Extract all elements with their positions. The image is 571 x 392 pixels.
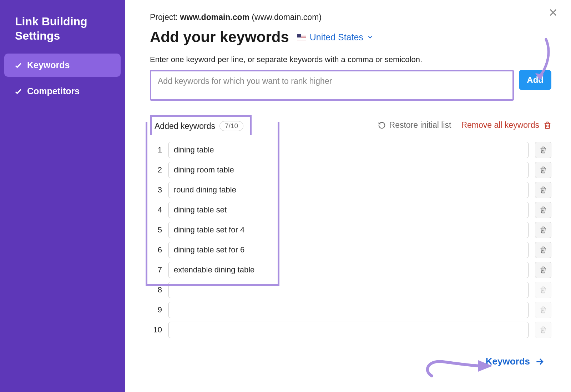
added-keywords-header: Added keywords 7/10 bbox=[150, 115, 252, 135]
check-icon bbox=[14, 87, 22, 95]
delete-keyword-button[interactable] bbox=[535, 222, 551, 238]
close-button[interactable] bbox=[546, 5, 560, 20]
delete-keyword-button bbox=[535, 322, 551, 338]
keyword-row: 4 bbox=[150, 202, 551, 218]
main-content: Project: www.domain.com (www.domain.com)… bbox=[125, 0, 571, 392]
row-number: 3 bbox=[150, 185, 162, 195]
keyword-row: 3 bbox=[150, 182, 551, 198]
keyword-input[interactable] bbox=[168, 302, 529, 318]
keyword-input[interactable] bbox=[168, 242, 529, 258]
keyword-row: 9 bbox=[150, 302, 551, 318]
row-number: 10 bbox=[150, 325, 162, 335]
close-icon bbox=[548, 7, 558, 17]
check-icon bbox=[14, 61, 22, 69]
row-number: 7 bbox=[150, 265, 162, 275]
row-number: 4 bbox=[150, 205, 162, 215]
project-domain: www.domain.com bbox=[180, 12, 249, 22]
keywords-count-badge: 7/10 bbox=[219, 121, 243, 131]
keyword-row: 6 bbox=[150, 242, 551, 258]
keyword-row: 1 bbox=[150, 142, 551, 158]
sidebar-item-competitors[interactable]: Competitors bbox=[4, 80, 121, 103]
project-label: Project: bbox=[150, 12, 180, 22]
sidebar: Link Building Settings Keywords Competit… bbox=[0, 0, 125, 392]
arrow-right-icon bbox=[535, 357, 544, 366]
row-number: 1 bbox=[150, 145, 162, 155]
keyword-textarea[interactable] bbox=[150, 70, 514, 101]
keyword-input-row: Add bbox=[150, 70, 551, 101]
keyword-input[interactable] bbox=[168, 322, 529, 338]
keyword-input[interactable] bbox=[168, 142, 529, 158]
keyword-input[interactable] bbox=[168, 162, 529, 178]
delete-keyword-button bbox=[535, 282, 551, 298]
row-number: 6 bbox=[150, 245, 162, 255]
keyword-input[interactable] bbox=[168, 282, 529, 298]
next-label: Keywords bbox=[486, 356, 530, 367]
row-number: 8 bbox=[150, 285, 162, 295]
delete-keyword-button[interactable] bbox=[535, 262, 551, 278]
keyword-input[interactable] bbox=[168, 262, 529, 278]
sidebar-item-keywords[interactable]: Keywords bbox=[4, 54, 121, 77]
keyword-row: 2 bbox=[150, 162, 551, 178]
add-button[interactable]: Add bbox=[519, 70, 551, 90]
keyword-list: 12345678910 bbox=[150, 142, 551, 338]
delete-keyword-button[interactable] bbox=[535, 142, 551, 158]
country-selector[interactable]: United States bbox=[297, 32, 373, 42]
sidebar-title: Link Building Settings bbox=[4, 11, 121, 54]
keyword-input[interactable] bbox=[168, 182, 529, 198]
keyword-row: 5 bbox=[150, 222, 551, 238]
sidebar-item-label: Competitors bbox=[27, 86, 80, 96]
delete-keyword-button[interactable] bbox=[535, 242, 551, 258]
trash-icon bbox=[540, 186, 547, 194]
keyword-row: 10 bbox=[150, 322, 551, 338]
keyword-input[interactable] bbox=[168, 202, 529, 218]
remove-all-keywords-button[interactable]: Remove all keywords bbox=[461, 120, 551, 130]
page-title: Add your keywords bbox=[150, 29, 289, 46]
trash-icon bbox=[544, 121, 551, 129]
list-actions: Restore initial list Remove all keywords bbox=[378, 120, 551, 130]
chevron-down-icon bbox=[367, 34, 373, 40]
keyword-input[interactable] bbox=[168, 222, 529, 238]
project-line: Project: www.domain.com (www.domain.com) bbox=[150, 12, 551, 22]
page-title-row: Add your keywords United States bbox=[150, 29, 551, 46]
trash-icon bbox=[540, 266, 547, 273]
country-label: United States bbox=[310, 32, 363, 42]
delete-keyword-button[interactable] bbox=[535, 162, 551, 178]
remove-all-label: Remove all keywords bbox=[461, 120, 539, 130]
delete-keyword-button[interactable] bbox=[535, 182, 551, 198]
trash-icon bbox=[540, 146, 547, 154]
footer: Keywords bbox=[150, 356, 551, 367]
added-keywords-label: Added keywords bbox=[155, 121, 215, 131]
trash-icon bbox=[540, 286, 547, 293]
row-number: 5 bbox=[150, 225, 162, 235]
trash-icon bbox=[540, 246, 547, 253]
row-number: 9 bbox=[150, 305, 162, 315]
trash-icon bbox=[540, 326, 547, 333]
delete-keyword-button bbox=[535, 302, 551, 318]
row-number: 2 bbox=[150, 165, 162, 175]
restore-label: Restore initial list bbox=[389, 120, 451, 130]
us-flag-icon bbox=[297, 34, 306, 40]
delete-keyword-button[interactable] bbox=[535, 202, 551, 218]
keyword-row: 8 bbox=[150, 282, 551, 298]
sidebar-item-label: Keywords bbox=[27, 60, 70, 70]
trash-icon bbox=[540, 166, 547, 174]
list-header: Added keywords 7/10 Restore initial list… bbox=[150, 115, 551, 135]
trash-icon bbox=[540, 226, 547, 233]
restore-icon bbox=[378, 121, 386, 129]
restore-initial-list-button[interactable]: Restore initial list bbox=[378, 120, 451, 130]
trash-icon bbox=[540, 206, 547, 213]
trash-icon bbox=[540, 306, 547, 313]
instruction-text: Enter one keyword per line, or separate … bbox=[150, 55, 551, 64]
keyword-row: 7 bbox=[150, 262, 551, 278]
keywords-next-button[interactable]: Keywords bbox=[486, 356, 544, 367]
project-domain-paren: (www.domain.com) bbox=[249, 12, 322, 22]
